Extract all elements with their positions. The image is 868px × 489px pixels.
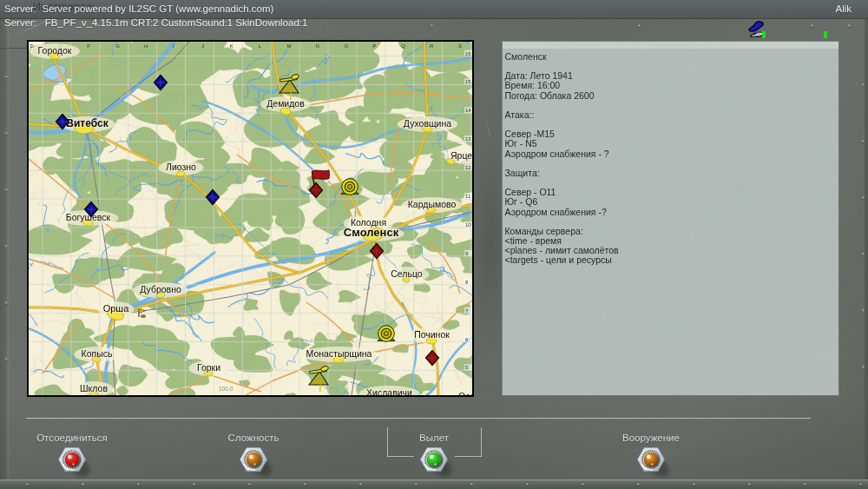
svg-text:P: P [372, 43, 376, 49]
plane-icon [749, 22, 763, 34]
rivet [862, 253, 865, 255]
svg-text:15: 15 [465, 79, 471, 84]
rivet [470, 483, 473, 486]
rivet [859, 483, 862, 486]
map-panel[interactable]: DEFGHIJKLMNOPQRS1615141312111098765100.0… [27, 40, 474, 397]
rivet [431, 24, 433, 27]
rivet [526, 483, 529, 486]
bottom-edge-strip [0, 479, 868, 489]
rivet [693, 483, 695, 486]
map-town-label: Починок [414, 329, 450, 340]
briefing-screen: Инструктаж Server: Server powered by IL2… [0, 0, 868, 489]
map-town-label: Копысь [82, 348, 113, 359]
map-town-label: Хиславичи [366, 387, 412, 395]
briefing-panel[interactable]: Смоленск Дата: Лето 1941 Время: 16:00 По… [502, 41, 839, 396]
rivet [5, 188, 8, 191]
rivet [5, 132, 8, 135]
rivet [582, 483, 584, 486]
map-town-label: Городок [38, 45, 72, 56]
svg-text:16: 16 [465, 51, 471, 56]
lamp-button-green[interactable] [420, 447, 456, 480]
rivet [304, 483, 306, 486]
bottom-separator-line [26, 418, 811, 419]
map-town-label: Витебск [66, 117, 108, 129]
map-town-label: Лиозно [166, 162, 196, 172]
lamp-button-amber[interactable] [240, 447, 275, 480]
map-town-label: Демидов [266, 98, 305, 109]
rivet [137, 483, 140, 486]
lamp-button-amber[interactable] [637, 447, 673, 480]
rivet [5, 245, 8, 248]
map-town-label: Монастырщина [306, 348, 372, 359]
svg-text:O: O [344, 43, 348, 49]
svg-text:S: S [458, 43, 462, 49]
svg-text:Q: Q [401, 43, 405, 49]
rivet [5, 358, 8, 360]
svg-text:13: 13 [465, 136, 471, 142]
svg-text:100.0: 100.0 [219, 386, 233, 392]
rivet [862, 83, 865, 86]
rivet [748, 483, 751, 486]
rivet [637, 483, 640, 486]
rivet [206, 24, 208, 27]
map-town-label: Ярцево [450, 150, 472, 161]
map-town-label: Горки [197, 362, 220, 373]
rivet [638, 24, 641, 27]
rivet [5, 76, 8, 78]
rivet [811, 24, 813, 27]
map-town-label: Оселье [458, 391, 472, 395]
player-name: Alik [835, 3, 852, 14]
rivet [359, 483, 362, 486]
svg-text:G: G [115, 43, 120, 49]
briefing-panel-header-strip [503, 42, 838, 49]
rivet [862, 366, 865, 368]
map-marker-bullseye [341, 179, 358, 195]
ping-bar [762, 31, 766, 38]
svg-text:14: 14 [465, 108, 471, 113]
scratch-mark [485, 118, 493, 143]
map-town-label: Смоленск [344, 226, 399, 239]
svg-text:10: 10 [465, 222, 471, 228]
svg-text:12: 12 [465, 165, 471, 170]
svg-text:R: R [430, 43, 434, 49]
rivet [862, 309, 865, 312]
rivet [26, 483, 29, 486]
rivet [415, 483, 418, 486]
map-town-label: Сельцо [391, 268, 423, 279]
lamp-button-red[interactable] [58, 447, 94, 480]
map-town-label: Дубровно [140, 284, 181, 294]
rivet [193, 483, 195, 486]
right-edge-shading [865, 0, 868, 489]
map[interactable]: DEFGHIJKLMNOPQRS1615141312111098765100.0… [29, 42, 472, 395]
rivet [862, 140, 865, 142]
map-marker-bullseye [378, 326, 395, 342]
svg-text:N: N [316, 43, 319, 49]
map-town-label: Орша [103, 303, 129, 314]
svg-text:J: J [201, 43, 204, 49]
rivet [804, 483, 806, 486]
rivet [862, 196, 865, 199]
server-info-line1: Server: Server powered by IL2SC GT (www.… [4, 3, 273, 14]
svg-text:H: H [144, 43, 148, 49]
briefing-text: Смоленск Дата: Лето 1941 Время: 16:00 По… [505, 52, 835, 265]
rivet [5, 301, 8, 304]
map-town-label: Шклов [80, 383, 108, 393]
ping-bar [824, 31, 827, 38]
title-bar: Инструктаж Server: Server powered by IL2… [0, 0, 868, 19]
map-town-label: Духовщина [404, 118, 451, 129]
svg-text:F: F [87, 43, 90, 49]
rivet [248, 483, 251, 486]
rivet [848, 24, 851, 27]
rivet [82, 483, 84, 486]
map-town-label: Кардымово [408, 199, 457, 209]
svg-text:11: 11 [465, 194, 471, 199]
svg-text:M: M [287, 43, 292, 49]
svg-text:K: K [230, 43, 233, 49]
server-info-line2: Server: FB_PF_v_4.15.1m CRT:2 CustomSoun… [4, 17, 307, 28]
